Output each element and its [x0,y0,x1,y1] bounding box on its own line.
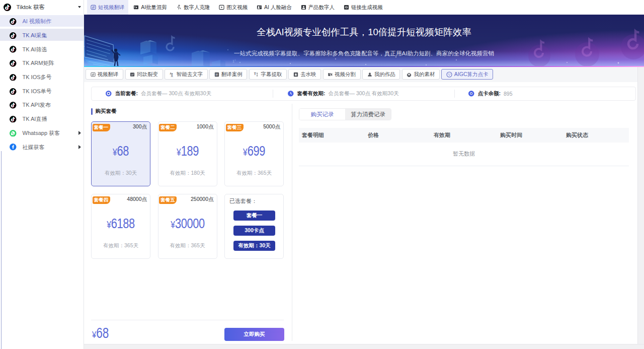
svg-text:文: 文 [170,75,173,77]
svg-text:T: T [254,72,256,76]
svg-text:译: 译 [215,73,218,76]
svg-text:1°: 1° [232,59,236,63]
